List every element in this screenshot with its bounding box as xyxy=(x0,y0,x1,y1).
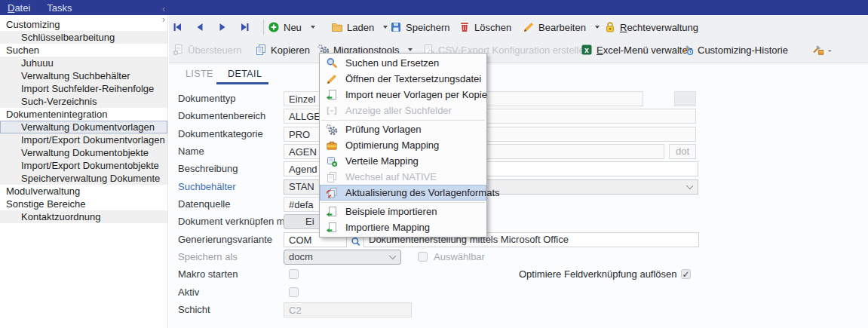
trash-icon xyxy=(459,21,471,33)
toolbar: Neu Laden Speichern Löschen xyxy=(169,15,868,63)
menu-datei[interactable]: Datei xyxy=(8,2,30,14)
auswaehlbar-checkbox xyxy=(418,252,428,262)
application-window: Datei Tasks Customizing Schlüsselbearbei… xyxy=(0,0,868,328)
menu-item-verteile-mapping[interactable]: Verteile Mapping xyxy=(320,153,486,169)
optimiere-checkbox[interactable]: ✓ xyxy=(681,269,691,279)
menubar: Datei Tasks xyxy=(0,0,868,15)
nav-last-icon xyxy=(240,22,250,32)
speichern-als-label: Speichern als xyxy=(178,250,238,265)
laden-button[interactable]: Laden xyxy=(331,17,388,38)
nav-first-icon xyxy=(172,22,182,32)
auswaehlbar-label: Auswählbar xyxy=(434,250,485,265)
form-row-beschreibung: Beschreibung xyxy=(169,161,868,176)
bearbeiten-dropdown-caret[interactable] xyxy=(595,26,600,29)
speichern-button[interactable]: Speichern xyxy=(390,17,450,38)
excel-menue-button[interactable]: Excel-Menü verwalten xyxy=(581,39,693,60)
nav-last-button[interactable] xyxy=(240,17,250,38)
import-page-icon xyxy=(325,206,339,218)
dokumentenbereich-label: Dokumentenbereich xyxy=(178,109,265,124)
sidebar-item-verwaltung-dokumentvorlagen[interactable]: Verwaltung Dokumentvorlagen xyxy=(0,121,167,133)
makro-starten-checkbox[interactable] xyxy=(289,269,299,279)
menu-tasks[interactable]: Tasks xyxy=(47,2,72,14)
folder-icon xyxy=(331,21,343,33)
detail-panel: LISTE DETAIL Dokumenttyp Dokumentenberei… xyxy=(169,63,868,328)
sidebar-item-verwaltung-dokumentobjekte[interactable]: Verwaltung Dokumentobjekte xyxy=(0,146,167,159)
menu-item-wechsel-auf-native: Wechsel auf NATIVE xyxy=(320,169,486,185)
sidebar-item-suchen[interactable]: Suchen xyxy=(0,44,167,57)
distribute-icon xyxy=(325,155,339,167)
sidebar-item-import-export-dokumentobjekte[interactable]: Import/Export Dokumentobjekte xyxy=(0,159,167,172)
menu-item-suchen-und-ersetzen[interactable]: Suchen und Ersetzen xyxy=(320,55,486,71)
migrationstools-dropdown-caret[interactable] xyxy=(408,48,413,51)
nav-first-button[interactable] xyxy=(172,17,182,38)
tab-liste[interactable]: LISTE xyxy=(186,69,213,79)
nav-prev-icon xyxy=(195,22,205,32)
aktiv-checkbox[interactable] xyxy=(289,287,299,297)
kopieren-button[interactable]: Kopieren xyxy=(255,39,310,60)
brackets-icon xyxy=(325,105,339,117)
sidebar-item-customizing[interactable]: Customizing xyxy=(0,18,167,31)
sidebar-item-import-export-dokumentvorlagen[interactable]: Import/Export Dokumentvorlagen xyxy=(0,133,167,146)
sidebar-item-verwaltung-suchbehaelter[interactable]: Verwaltung Suchbehälter xyxy=(0,69,167,82)
copy-pages-icon xyxy=(255,44,267,56)
optimiere-label: Optimiere Feldverknüpfung auflösen xyxy=(519,267,677,282)
form-row-suchbehaelter: Suchbehälter STAN xyxy=(169,179,868,195)
tab-detail[interactable]: DETAIL xyxy=(228,69,262,79)
menu-item-aktualisierung-vorlagenformat[interactable]: Aktualisierung des Vorlagenformats xyxy=(320,185,486,201)
beschreibung-label: Beschreibung xyxy=(178,161,238,176)
chevron-down-icon xyxy=(686,182,693,189)
sidebar-item-kontaktzuordnung[interactable]: Kontaktzuordnung xyxy=(0,210,167,223)
neu-button[interactable]: Neu xyxy=(268,17,315,38)
suchbehaelter-label[interactable]: Suchbehälter xyxy=(178,179,236,195)
sidebar-item-sonstige-bereiche[interactable]: Sonstige Bereiche xyxy=(0,198,167,210)
plus-circle-icon xyxy=(268,21,280,33)
generierung-label: Generierungsvariante xyxy=(178,232,272,247)
menu-item-optimierung-mapping[interactable]: Optimierung Mapping xyxy=(320,137,486,153)
nav-prev-button[interactable] xyxy=(195,17,205,38)
form-row-makro: Makro starten Optimiere Feldverknüpfung … xyxy=(169,267,868,282)
aktiv-label: Aktiv xyxy=(178,285,199,300)
nav-next-button[interactable] xyxy=(217,17,228,38)
schicht-input xyxy=(284,302,412,317)
form-row-dokumenttyp: Dokumenttyp xyxy=(169,91,868,106)
chevron-down-icon xyxy=(389,253,396,259)
sidebar-item-speicherverwaltung[interactable]: Speicherverwaltung Dokumente xyxy=(0,172,167,185)
sidebar-item-such-verzeichnis[interactable]: Such-Verzeichnis xyxy=(0,95,167,108)
sidebar-item-schluesselbearbeitung[interactable]: Schlüsselbearbeitung xyxy=(0,31,167,44)
pencil-icon xyxy=(325,73,339,85)
laden-dropdown-caret[interactable] xyxy=(383,26,388,29)
toolbar-row-2: Übersteuern Kopieren Migrationstools CSV… xyxy=(169,39,868,60)
sidebar-item-dokumentenintegration[interactable]: Dokumentenintegration xyxy=(0,108,167,121)
customizing-historie-button[interactable]: Customizing-Historie xyxy=(682,39,788,60)
sidebar-item-modulverwaltung[interactable]: Modulverwaltung xyxy=(0,185,167,198)
tools-box-icon xyxy=(812,44,824,56)
sidebar-item-juhuuu[interactable]: Juhuuu xyxy=(0,57,167,69)
sidebar-collapse-chevron[interactable]: ‹ xyxy=(159,4,168,14)
menu-separator xyxy=(321,120,485,121)
menu-item-pruefung-vorlagen[interactable]: Prüfung Vorlagen xyxy=(320,121,486,137)
loeschen-button[interactable]: Löschen xyxy=(459,17,511,38)
schicht-label: Schicht xyxy=(178,302,210,317)
dokumenttyp-label: Dokumenttyp xyxy=(178,91,236,106)
uebersteuern-button: Übersteuern xyxy=(172,39,242,60)
lock-icon xyxy=(604,21,616,33)
import-page-icon xyxy=(325,222,339,234)
menu-item-oeffnen-textersetzungsdatei[interactable]: Öffnen der Textersetzungsdatei xyxy=(320,71,486,87)
neu-dropdown-caret[interactable] xyxy=(311,26,315,29)
pencil-icon xyxy=(523,21,535,33)
rechteverwaltung-button[interactable]: Rechteverwaltung xyxy=(604,17,698,38)
sidebar-expand-chevron[interactable]: › xyxy=(159,14,168,25)
menu-item-importiere-mapping[interactable]: Importiere Mapping xyxy=(320,219,486,235)
tools-clock-icon xyxy=(682,44,694,56)
name-label: Name xyxy=(178,144,204,159)
form-row-dokumentkategorie: Dokumentkategorie xyxy=(169,127,868,142)
form-row-speichern-als: Speichern als docm Auswählbar xyxy=(169,250,868,265)
tools-dash-button[interactable]: - xyxy=(812,39,831,60)
menu-item-anzeige-aller-suchfelder: Anzeige aller Suchfelder xyxy=(320,103,486,118)
menu-item-beispiele-importieren[interactable]: Beispiele importieren xyxy=(320,204,486,219)
sidebar-item-import-suchfelder[interactable]: Import Suchfelder-Reihenfolge xyxy=(0,82,167,95)
bearbeiten-button[interactable]: Bearbeiten xyxy=(523,17,600,38)
menu-item-import-neuer-vorlagen[interactable]: Import neuer Vorlagen per Kopie xyxy=(320,87,486,103)
form-row-schicht: Schicht xyxy=(169,302,868,317)
form-row-datenquelle: Datenquelle xyxy=(169,197,868,212)
